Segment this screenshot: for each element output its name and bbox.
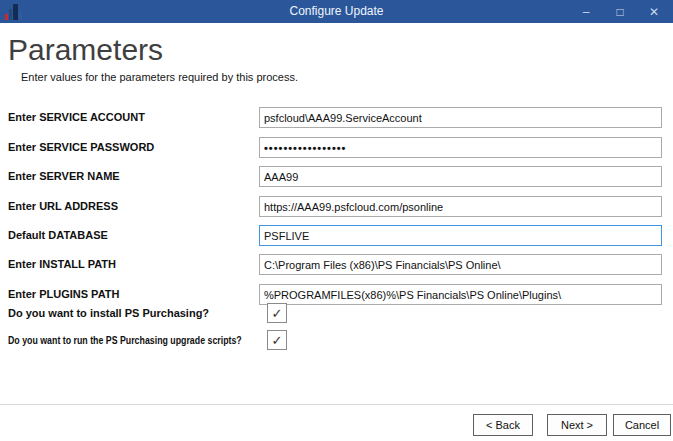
field-label: Enter SERVICE ACCOUNT — [8, 107, 145, 128]
form-row-server-name: Enter SERVER NAME — [8, 166, 662, 187]
field-label: Enter INSTALL PATH — [8, 254, 116, 275]
titlebar: Configure Update – □ ✕ — [0, 0, 673, 23]
maximize-button[interactable]: □ — [603, 0, 637, 23]
configure-update-dialog: Configure Update – □ ✕ Parameters Enter … — [0, 0, 673, 441]
form-row-install-path: Enter INSTALL PATH — [8, 254, 662, 275]
plugins-path-input[interactable] — [259, 284, 662, 305]
server-name-input[interactable] — [259, 166, 662, 187]
next-button[interactable]: Next > — [547, 414, 607, 436]
field-label: Default DATABASE — [8, 225, 108, 246]
form-row-install-purchasing: Do you want to install PS Purchasing? ✓ — [8, 303, 662, 324]
form-row-service-password: Enter SERVICE PASSWORD — [8, 137, 662, 158]
back-button[interactable]: < Back — [473, 414, 533, 436]
field-label: Do you want to run the PS Purchasing upg… — [8, 330, 242, 351]
minimize-button[interactable]: – — [569, 0, 603, 23]
form-row-service-account: Enter SERVICE ACCOUNT — [8, 107, 662, 128]
cancel-button[interactable]: Cancel — [613, 414, 671, 436]
field-label: Enter PLUGINS PATH — [8, 284, 119, 305]
install-path-input[interactable] — [259, 254, 662, 275]
footer-divider — [0, 404, 673, 405]
database-input[interactable] — [259, 225, 662, 246]
field-label: Enter URL ADDRESS — [8, 196, 118, 217]
form-row-upgrade-scripts: Do you want to run the PS Purchasing upg… — [8, 330, 662, 351]
maximize-icon: □ — [616, 6, 623, 18]
form-row-plugins-path: Enter PLUGINS PATH — [8, 284, 662, 305]
install-purchasing-checkbox[interactable]: ✓ — [267, 303, 287, 323]
field-label: Enter SERVICE PASSWORD — [8, 137, 154, 158]
checkmark-icon: ✓ — [272, 334, 283, 347]
url-address-input[interactable] — [259, 196, 662, 217]
page-title: Parameters — [8, 33, 163, 67]
close-button[interactable]: ✕ — [637, 0, 671, 23]
form-row-url-address: Enter URL ADDRESS — [8, 196, 662, 217]
field-label: Enter SERVER NAME — [8, 166, 120, 187]
upgrade-scripts-checkbox[interactable]: ✓ — [267, 330, 287, 350]
minimize-icon: – — [583, 6, 590, 18]
form-row-database: Default DATABASE — [8, 225, 662, 246]
service-account-input[interactable] — [259, 107, 662, 128]
page-subtitle: Enter values for the parameters required… — [21, 71, 298, 83]
checkmark-icon: ✓ — [272, 307, 283, 320]
service-password-input[interactable] — [259, 137, 662, 158]
window-controls: – □ ✕ — [569, 0, 671, 23]
close-icon: ✕ — [649, 6, 659, 18]
field-label: Do you want to install PS Purchasing? — [8, 303, 209, 324]
